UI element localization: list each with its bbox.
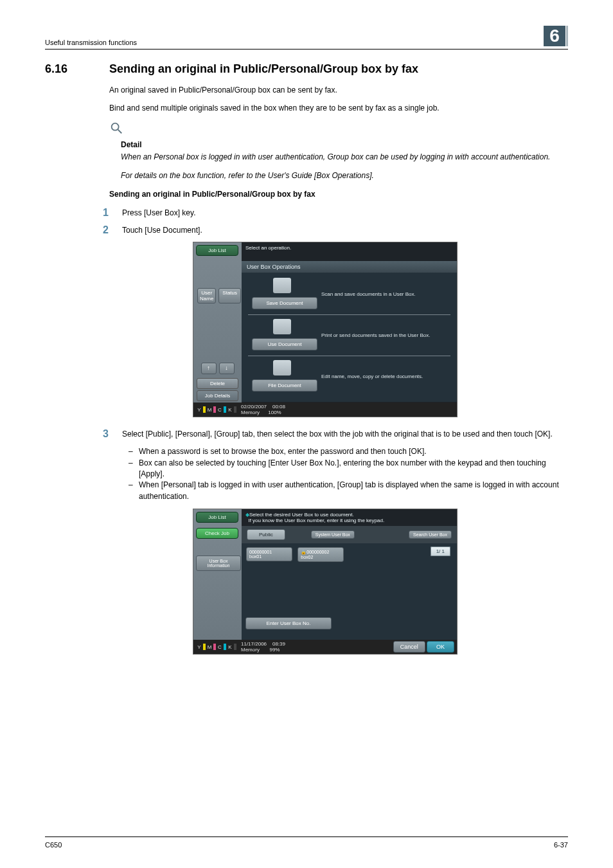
screenshot-2: Job List Check Job User Box Information …: [193, 509, 568, 655]
box01-tile[interactable]: 000000001 box01: [246, 547, 292, 561]
toner-y-bar-2: [203, 644, 206, 650]
toner-y-label: Y: [196, 407, 202, 413]
toner-c-label-2: C: [217, 644, 223, 650]
sc2-instr2: If you know the User Box number, enter i…: [248, 518, 384, 523]
step-3-b3: When [Personal] tab is logged in with us…: [129, 480, 568, 502]
sub-heading: Sending an original in Public/Personal/G…: [109, 190, 568, 199]
job-list-tab-2[interactable]: Job List: [196, 512, 238, 523]
toner-y-label-2: Y: [196, 644, 202, 650]
check-job-tab[interactable]: Check Job: [196, 528, 238, 539]
intro-p1: An original saved in Public/Personal/Gro…: [109, 85, 568, 95]
lock-icon: 🔒: [301, 550, 306, 554]
svg-point-0: [112, 123, 119, 131]
page-indicator: 1/ 1: [431, 547, 450, 556]
sc2-memory-label: Memory: [241, 647, 260, 653]
use-doc-desc: Print or send documents saved in the Use…: [321, 332, 430, 338]
job-list-tab[interactable]: Job List: [196, 245, 238, 256]
search-user-box-button[interactable]: Search User Box: [409, 530, 452, 539]
sc2-date: 11/17/2006: [241, 641, 267, 647]
toner-m-bar-2: [213, 644, 216, 650]
delete-button[interactable]: Delete: [197, 378, 238, 389]
toner-m-label: M: [206, 407, 213, 413]
toner-m-bar: [213, 406, 216, 413]
detail-label: Detail: [121, 140, 568, 149]
sc1-memory-pct: 100%: [268, 410, 281, 415]
detail-p1: When an Personal box is logged in with u…: [121, 152, 568, 162]
toner-y-bar: [203, 406, 206, 413]
user-name-tab[interactable]: User Name: [197, 288, 216, 303]
toner-k-bar-2: [234, 644, 236, 650]
use-doc-icon: [273, 319, 291, 334]
detail-p2: For details on the box function, refer t…: [121, 170, 568, 181]
step-1-text: Press [User Box] key.: [122, 208, 195, 219]
arrow-up-button[interactable]: ↑: [201, 363, 217, 374]
sc1-time: 00:08: [272, 404, 285, 410]
detail-icon: [109, 121, 568, 139]
file-doc-icon: [273, 360, 291, 375]
ok-button[interactable]: OK: [427, 641, 454, 653]
section-title: Sending an original in Public/Personal/G…: [109, 62, 418, 76]
page-footer: C650 6-37: [45, 836, 568, 849]
page-header: Useful transmission functions 6: [45, 26, 568, 50]
sc2-instr1: Select the desired User Box to use docum…: [249, 512, 354, 518]
select-operation-text: Select an operation.: [242, 242, 457, 253]
box01-name: box01: [249, 554, 289, 559]
step-3: 3 Select [Public], [Personal], [Group] t…: [103, 429, 568, 440]
chapter-shadow: [566, 26, 568, 46]
step-3-text: Select [Public], [Personal], [Group] tab…: [122, 429, 553, 440]
enter-user-box-no-button[interactable]: Enter User Box No.: [245, 617, 332, 629]
header-section-text: Useful transmission functions: [45, 39, 137, 46]
intro-p2: Bind and send multiple originals saved i…: [109, 103, 568, 113]
svg-line-1: [118, 130, 122, 134]
sc1-date: 02/20/2007: [241, 404, 267, 410]
step-3-b2: Box can also be selected by touching [En…: [129, 458, 568, 480]
toner-k-bar: [234, 406, 236, 413]
save-document-button[interactable]: Save Document: [252, 297, 317, 309]
chapter-number: 6: [544, 26, 565, 46]
step-3-b1: When a password is set to browse the box…: [129, 446, 568, 457]
arrow-down-button[interactable]: ↓: [219, 363, 235, 374]
step-3-sublist: When a password is set to browse the box…: [129, 446, 568, 502]
toner-c-bar-2: [224, 644, 226, 650]
save-doc-desc: Scan and save documents in a User Box.: [321, 291, 416, 297]
toner-c-label: C: [217, 407, 223, 413]
box02-tile[interactable]: 🔒000000002 box02: [298, 547, 344, 562]
sc2-time: 08:39: [272, 641, 285, 647]
step-2-text: Touch [Use Document].: [122, 225, 202, 236]
footer-left: C650: [45, 841, 62, 849]
step-1-num: 1: [103, 208, 122, 218]
toner-m-label-2: M: [206, 644, 213, 650]
file-doc-desc: Edit name, move, copy or delete document…: [321, 374, 423, 379]
use-document-button[interactable]: Use Document: [252, 338, 317, 350]
toner-k-label-2: K: [227, 644, 233, 650]
cancel-button[interactable]: Cancel: [393, 641, 425, 653]
section-number: 6.16: [45, 62, 109, 76]
toner-k-label: K: [227, 407, 233, 413]
toner-c-bar: [224, 406, 226, 413]
sc2-memory-pct: 99%: [269, 647, 280, 653]
public-tab[interactable]: Public: [247, 529, 285, 540]
section-title-row: 6.16 Sending an original in Public/Perso…: [45, 62, 568, 76]
step-3-num: 3: [103, 429, 122, 439]
status-tab[interactable]: Status: [218, 288, 241, 303]
user-box-info-tab[interactable]: User Box Information: [196, 556, 241, 571]
step-2-num: 2: [103, 225, 122, 235]
save-doc-icon: [273, 278, 291, 293]
screenshot-1: Job List User Name Status ↑ ↓ Delete Job…: [193, 242, 568, 417]
box01-no: 000000001: [249, 550, 289, 554]
system-user-box-tab[interactable]: System User Box: [311, 530, 355, 539]
box02-name: box02: [301, 555, 341, 559]
box02-no: 000000002: [306, 550, 329, 554]
step-2: 2 Touch [Use Document].: [103, 225, 568, 236]
footer-right: 6-37: [554, 841, 568, 849]
step-1: 1 Press [User Box] key.: [103, 208, 568, 219]
job-details-button[interactable]: Job Details: [197, 390, 238, 401]
sc1-memory-label: Memory: [241, 410, 260, 415]
file-document-button[interactable]: File Document: [252, 379, 317, 392]
user-box-operations-title: User Box Operations: [242, 261, 457, 273]
